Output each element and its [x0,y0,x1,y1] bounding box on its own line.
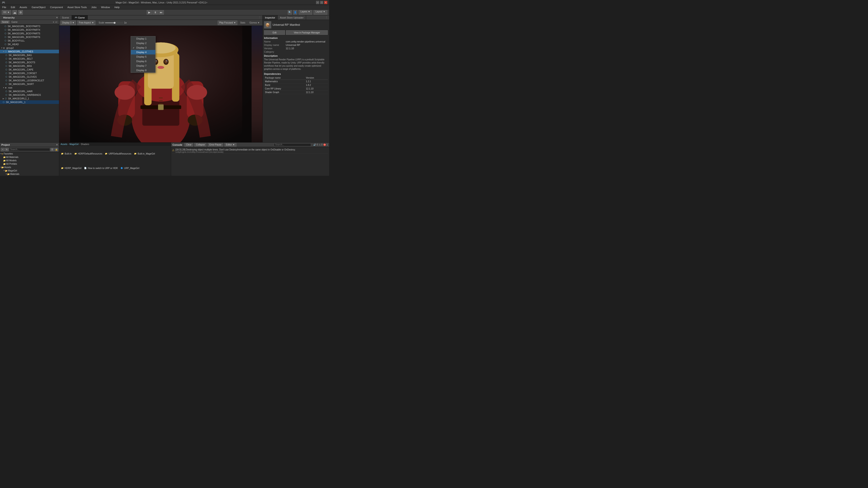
display-dropdown-button[interactable]: Display 3 ▼ [61,21,76,25]
tree-item-hair[interactable]: ⬡ SK_MAGEGIRL_HAIR [0,90,59,93]
collab-button[interactable]: ☁ [12,10,17,15]
tree-item-bodypart5[interactable]: ⬡ SK_MAGEGIRL_BODYPART5 [0,32,59,35]
editor-dropdown[interactable]: Editor ▼ [224,143,237,147]
play-button[interactable]: ▶ [147,10,152,15]
tree-item-bodyfull[interactable]: ⬡ SK_BODYFULL [0,39,59,42]
project-tree[interactable]: ▼ ★ Favorites 📁 All Materials 📁 All Mode… [0,152,59,176]
tree-item-magegirl2[interactable]: ▶ ⬡ SK_MAGEGIRL2_1 [0,97,59,100]
menu-asset-store-tools[interactable]: Asset Store Tools [66,6,88,8]
dropdown-display6[interactable]: Display 6 [131,59,155,64]
project-search-input[interactable] [9,148,50,151]
tree-item-bodypart6[interactable]: ⬡ SK_MAGEGIRL_BODYPART6 [0,35,59,39]
edit-button[interactable]: Edit [264,30,285,35]
breadcrumb-magegirl[interactable]: MageGirl [69,143,79,145]
menu-gameobject[interactable]: GameObject [31,6,46,8]
breadcrumb-assets[interactable]: Assets [61,143,67,145]
gizmos-button[interactable]: Gizmos ▼ [248,21,261,25]
builtin-item[interactable]: 📁 Built-in [60,147,72,160]
project-tab-label[interactable]: Project [1,143,10,146]
console-search-input[interactable] [274,143,311,147]
menu-help[interactable]: Help [114,6,121,8]
tree-item-gloves[interactable]: ⬡ SK_MAGEGIRL_GLOVES [0,75,59,78]
aspect-dropdown-button[interactable]: Free Aspect ▼ [77,21,95,25]
dropdown-display3[interactable]: ✓ Display 3 [131,45,155,50]
menu-jobs[interactable]: Jobs [90,6,97,8]
tree-item-belt[interactable]: ⬡ SK_MAGEGIRL_BELT [0,57,59,61]
tree-item-magegirl1[interactable]: ⬡ SK_MAGEGIRL_1 [0,100,59,104]
maximize-on-play-btn[interactable]: Play Focused ▼ [218,21,238,25]
tab-inspector[interactable]: Inspector [263,15,278,20]
assets-section[interactable]: ▼ 📂 Assets [0,166,59,169]
minimize-button[interactable]: ─ [316,1,319,4]
layers-dropdown[interactable]: Layers ▼ [299,10,312,15]
materials-folder[interactable]: ▼ 📂 Materials [0,172,59,176]
scale-slider[interactable] [105,22,123,23]
magegirl-folder[interactable]: ▼ 📂 MageGirl [0,169,59,172]
layout-dropdown[interactable]: Layout ▼ [313,10,327,15]
how-to-switch-item[interactable]: 📄 How to switch to URP or HDR [83,161,119,175]
error-pause-button[interactable]: Error Pause [208,143,223,147]
tree-item-legbracelet[interactable]: ⬡ SK_MAGEGIRL_LEGBRACELET [0,78,59,82]
dropdown-display2[interactable]: Display 2 [131,41,155,45]
console-tab-label[interactable]: Console [173,143,182,146]
lock-button[interactable]: 🔒 [55,148,58,151]
favorites-section[interactable]: ▼ ★ Favorites [0,152,59,156]
right-panel-menu-icon[interactable]: ⋮ [324,16,329,19]
all-prefabs-item[interactable]: 📁 All Prefabs [0,162,59,166]
hierarchy-game-tab[interactable]: Game [10,21,18,23]
dropdown-display1[interactable]: Display 1 [131,36,155,41]
dc-dropdown[interactable]: DC ▼ [2,10,11,15]
toggle-view-button[interactable]: ☰ [51,148,54,151]
tab-scene[interactable]: Scene [59,15,72,20]
dropdown-display4[interactable]: Display 4 [131,50,155,55]
all-models-item[interactable]: 📁 All Models [0,159,59,162]
console-message-1[interactable]: ⚠ [18:31:28] Destroying object multiple … [172,148,328,154]
dropdown-display7[interactable]: Display 7 [131,64,155,68]
menu-component[interactable]: Component [49,6,64,8]
tree-item-bodypart3[interactable]: ⬡ SK_MAGEGIRL_BODYPART3 [0,24,59,28]
tree-item-cape[interactable]: ⬡ SK_MAGEGIRL_CAPE [0,68,59,71]
tree-item-boots[interactable]: ⬡ SK_MAGEGIRL_BOOTS [0,61,59,64]
tree-item-skirt[interactable]: ⬡ SK_MAGEGIRL_SKIRT [0,82,59,86]
menu-window[interactable]: Window [100,6,111,8]
hierarchy-menu-icon[interactable]: ≡ [56,16,58,19]
tree-item-clothes[interactable]: ▼ ⬡ MAGEGIRL_CLOTHES [0,50,59,53]
scale-slider-thumb[interactable] [114,22,116,24]
stats-button[interactable]: Stats [239,21,247,25]
menu-file[interactable]: File [1,6,7,8]
menu-assets[interactable]: Assets [19,6,28,8]
project-menu-icon[interactable]: ≡ [56,143,58,146]
tree-item-bra[interactable]: ⬡ SK_MAGEGIRL_BRA [0,64,59,68]
dropdown-display5[interactable]: Display 5 [131,55,155,59]
maximize-button[interactable]: □ [320,1,323,4]
add-button[interactable]: + [1,148,4,151]
pause-button[interactable]: ⏸ [153,10,158,15]
hdrp-default-item[interactable]: 📁 HDRPDefaultResources [73,147,103,160]
hierarchy-scene-tab[interactable]: Scene [1,21,9,24]
step-button[interactable]: ⏭ [158,10,164,15]
all-materials-item[interactable]: 📁 All Materials [0,156,59,159]
hdrp-magegirl-item[interactable]: 📁 HDRP_MageGirl [60,161,82,175]
tab-hierarchy[interactable]: Hierarchy [1,16,17,20]
account-button[interactable]: 👤 [293,10,297,15]
tree-item-head[interactable]: ⬡ SK_HEAD [0,42,59,46]
view-in-package-manager-button[interactable]: View in Package Manager [286,30,328,35]
tree-item-corset[interactable]: ⬡ SK_MAGEGIRL_CORSET [0,71,59,75]
builtin-magegirl-item[interactable]: 📁 Built-in_MageGirl [133,147,156,160]
tree-item-hairbangs[interactable]: ⬡ SK_MAGEGIRL_HAIRBANGS [0,93,59,97]
hierarchy-content[interactable]: ⬡ SK_MAGEGIRL_BODYPART3 ⬡ SK_MAGEGIRL_BO… [0,24,59,142]
tree-item-bodypart4[interactable]: ⬡ SK_MAGEGIRL_BODYPART4 [0,28,59,32]
refresh-button[interactable]: ↻ [5,148,8,151]
tab-asset-store-uploader[interactable]: Asset Store Uploader [278,15,306,20]
tab-game[interactable]: 🎮 Game [72,15,88,20]
tree-item-root[interactable]: ▼ ◈ root [0,86,59,90]
urp-default-item[interactable]: 📁 URPDefaultResources [104,147,132,160]
menu-edit[interactable]: Edit [10,6,16,8]
tree-item-bag[interactable]: ⬡ SK_MAGEGIRL_BAG [0,53,59,57]
settings-button[interactable]: ⚙ [18,10,23,15]
search-button[interactable]: 🔍 [288,10,292,15]
tree-item-group2[interactable]: ▼ ◈ group2 [0,46,59,50]
view-options-icon[interactable]: ⋮ [257,16,262,19]
urp-magegirl-item[interactable]: 🔷 URP_MageGirl [120,161,140,175]
dropdown-display8[interactable]: Display 8 [131,68,155,72]
